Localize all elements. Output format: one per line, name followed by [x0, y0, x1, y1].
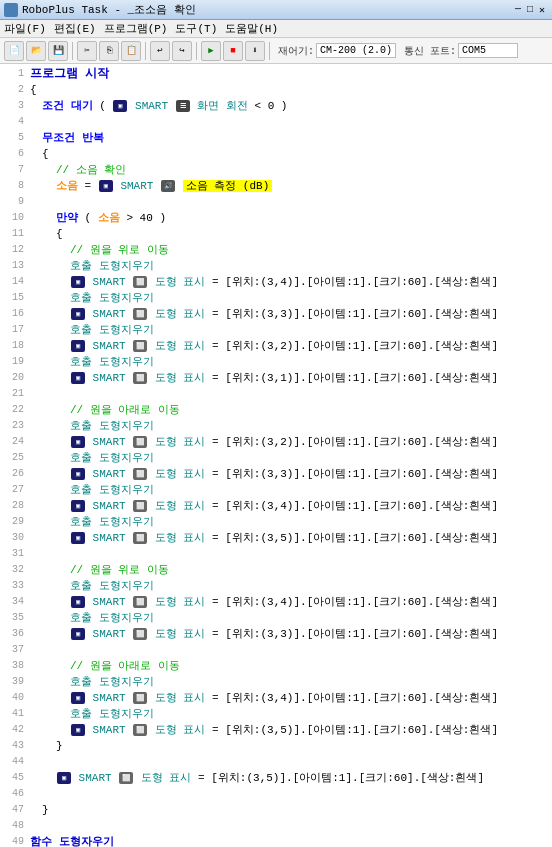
- cut-button[interactable]: ✂: [77, 41, 97, 61]
- menu-help[interactable]: 도움말(H): [225, 21, 278, 36]
- shape-icon-40: ⬜: [133, 692, 147, 704]
- code-line-32: 32 // 원을 위로 이동: [0, 562, 552, 578]
- sep3: [196, 42, 197, 60]
- shape-icon-24: ⬜: [133, 436, 147, 448]
- app-icon: [4, 3, 18, 17]
- code-line-33: 33 호출 도형지우기: [0, 578, 552, 594]
- download-button[interactable]: ⬇: [245, 41, 265, 61]
- code-editor[interactable]: 1 프로그램 시작 2 { 3 조건 대기 ( ▣ SMART ☰ 화면 회전 …: [0, 64, 552, 847]
- code-line-21: 21: [0, 386, 552, 402]
- code-line-49: 49 함수 도형자우기: [0, 834, 552, 847]
- code-line-37: 37: [0, 642, 552, 658]
- close-button[interactable]: ✕: [539, 4, 545, 16]
- code-line-34: 34 ▣ SMART ⬜ 도형 표시 = [위치:(3,4)].[아이템:1].…: [0, 594, 552, 610]
- code-line-46: 46: [0, 786, 552, 802]
- titlebar: RoboPlus Task - _조소음 확인 ─ □ ✕: [0, 0, 552, 20]
- code-line-22: 22 // 원을 아래로 이동: [0, 402, 552, 418]
- menubar: 파일(F) 편집(E) 프로그램(P) 도구(T) 도움말(H): [0, 20, 552, 38]
- shape-icon-34: ⬜: [133, 596, 147, 608]
- code-line-38: 38 // 원을 아래로 이동: [0, 658, 552, 674]
- code-line-44: 44: [0, 754, 552, 770]
- code-line-41: 41 호출 도형지우기: [0, 706, 552, 722]
- smart-icon-26: ▣: [71, 468, 85, 480]
- smart-icon-30: ▣: [71, 532, 85, 544]
- paste-button[interactable]: 📋: [121, 41, 141, 61]
- code-line-48: 48: [0, 818, 552, 834]
- code-line-13: 13 호출 도형지우기: [0, 258, 552, 274]
- code-line-31: 31: [0, 546, 552, 562]
- smart-icon-42: ▣: [71, 724, 85, 736]
- code-line-17: 17 호출 도형지우기: [0, 322, 552, 338]
- smart-icon-36: ▣: [71, 628, 85, 640]
- code-line-47: 47 }: [0, 802, 552, 818]
- code-line-39: 39 호출 도형지우기: [0, 674, 552, 690]
- sep4: [269, 42, 270, 60]
- code-line-28: 28 ▣ SMART ⬜ 도형 표시 = [위치:(3,4)].[아이템:1].…: [0, 498, 552, 514]
- shape-icon-36: ⬜: [133, 628, 147, 640]
- code-line-18: 18 ▣ SMART ⬜ 도형 표시 = [위치:(3,2)].[아이템:1].…: [0, 338, 552, 354]
- code-line-9: 9: [0, 194, 552, 210]
- code-line-19: 19 호출 도형지우기: [0, 354, 552, 370]
- shape-icon-14: ⬜: [133, 276, 147, 288]
- maximize-button[interactable]: □: [527, 4, 533, 15]
- menu-tools[interactable]: 도구(T): [175, 21, 217, 36]
- smart-icon-18: ▣: [71, 340, 85, 352]
- code-line-42: 42 ▣ SMART ⬜ 도형 표시 = [위치:(3,5)].[아이템:1].…: [0, 722, 552, 738]
- code-line-11: 11 {: [0, 226, 552, 242]
- shape-icon-30: ⬜: [133, 532, 147, 544]
- code-line-25: 25 호출 도형지우기: [0, 450, 552, 466]
- code-line-5: 5 무조건 반복: [0, 130, 552, 146]
- code-line-6: 6 {: [0, 146, 552, 162]
- smart-icon-28: ▣: [71, 500, 85, 512]
- sep1: [72, 42, 73, 60]
- smart-icon-14: ▣: [71, 276, 85, 288]
- smart-icon-40: ▣: [71, 692, 85, 704]
- code-line-27: 27 호출 도형지우기: [0, 482, 552, 498]
- copy-button[interactable]: ⎘: [99, 41, 119, 61]
- screen-icon-3: ☰: [176, 100, 190, 112]
- code-line-29: 29 호출 도형지우기: [0, 514, 552, 530]
- smart-icon-8: ▣: [99, 180, 113, 192]
- open-button[interactable]: 📂: [26, 41, 46, 61]
- code-line-26: 26 ▣ SMART ⬜ 도형 표시 = [위치:(3,3)].[아이템:1].…: [0, 466, 552, 482]
- run-button[interactable]: ▶: [201, 41, 221, 61]
- smart-icon-16: ▣: [71, 308, 85, 320]
- section-title: 프로그램 시작: [30, 67, 109, 81]
- new-button[interactable]: 📄: [4, 41, 24, 61]
- code-line-23: 23 호출 도형지우기: [0, 418, 552, 434]
- code-line-43: 43 }: [0, 738, 552, 754]
- device-value: CM-200 (2.0): [316, 43, 396, 58]
- sound-icon-8: 🔊: [161, 180, 175, 192]
- code-line-14: 14 ▣ SMART ⬜ 도형 표시 = [위치:(3,4)].[아이템:1].…: [0, 274, 552, 290]
- stop-button[interactable]: ■: [223, 41, 243, 61]
- minimize-button[interactable]: ─: [515, 4, 521, 15]
- smart-icon-24: ▣: [71, 436, 85, 448]
- code-line-45: 45 ▣ SMART ⬜ 도형 표시 = [위치:(3,5)].[아이템:1].…: [0, 770, 552, 786]
- save-button[interactable]: 💾: [48, 41, 68, 61]
- code-line-1: 1 프로그램 시작: [0, 66, 552, 82]
- port-value: COM5: [458, 43, 518, 58]
- code-line-4: 4: [0, 114, 552, 130]
- code-line-2: 2 {: [0, 82, 552, 98]
- menu-file[interactable]: 파일(F): [4, 21, 46, 36]
- toolbar: 📄 📂 💾 ✂ ⎘ 📋 ↩ ↪ ▶ ■ ⬇ 재어기: CM-200 (2.0) …: [0, 38, 552, 64]
- code-line-3: 3 조건 대기 ( ▣ SMART ☰ 화면 회전 < 0 ): [0, 98, 552, 114]
- code-line-7: 7 // 소음 확인: [0, 162, 552, 178]
- device-label: 재어기:: [278, 44, 314, 58]
- smart-icon-3: ▣: [113, 100, 127, 112]
- code-line-16: 16 ▣ SMART ⬜ 도형 표시 = [위치:(3,3)].[아이템:1].…: [0, 306, 552, 322]
- code-line-10: 10 만약 ( 소음 > 40 ): [0, 210, 552, 226]
- redo-button[interactable]: ↪: [172, 41, 192, 61]
- menu-edit[interactable]: 편집(E): [54, 21, 96, 36]
- undo-button[interactable]: ↩: [150, 41, 170, 61]
- menu-program[interactable]: 프로그램(P): [104, 21, 168, 36]
- smart-icon-20: ▣: [71, 372, 85, 384]
- port-label: 통신 포트:: [404, 44, 456, 58]
- shape-icon-26: ⬜: [133, 468, 147, 480]
- code-line-15: 15 호출 도형지우기: [0, 290, 552, 306]
- code-line-40: 40 ▣ SMART ⬜ 도형 표시 = [위치:(3,4)].[아이템:1].…: [0, 690, 552, 706]
- shape-icon-16: ⬜: [133, 308, 147, 320]
- code-line-20: 20 ▣ SMART ⬜ 도형 표시 = [위치:(3,1)].[아이템:1].…: [0, 370, 552, 386]
- shape-icon-18: ⬜: [133, 340, 147, 352]
- shape-icon-20: ⬜: [133, 372, 147, 384]
